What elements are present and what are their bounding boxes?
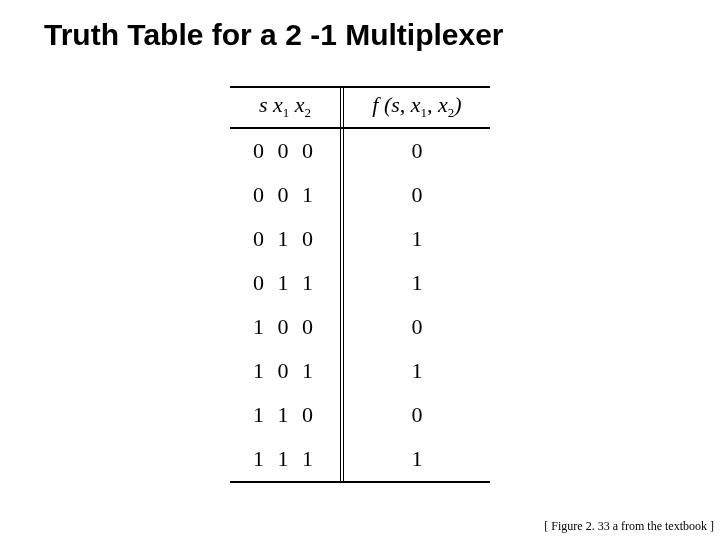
table-row: 1 0 11 [230, 349, 490, 393]
header-inputs: s x1 x2 [230, 88, 340, 127]
cell-inputs: 0 1 0 [230, 217, 340, 261]
cell-output: 1 [344, 217, 490, 261]
hdr-sub2: 2 [305, 105, 312, 120]
hdr-omid: , x [427, 92, 448, 117]
cell-inputs: 1 0 0 [230, 305, 340, 349]
table-row: 1 0 00 [230, 305, 490, 349]
table-bottom-rule [230, 481, 490, 483]
cell-inputs: 1 1 0 [230, 393, 340, 437]
table-row: 0 0 10 [230, 173, 490, 217]
figure-caption: [ Figure 2. 33 a from the textbook ] [544, 519, 714, 534]
cell-output: 0 [344, 305, 490, 349]
cell-inputs: 1 1 1 [230, 437, 340, 481]
cell-inputs: 0 1 1 [230, 261, 340, 305]
cell-output: 0 [344, 173, 490, 217]
cell-output: 1 [344, 261, 490, 305]
hdr-fn: f (s, x [372, 92, 420, 117]
cell-output: 0 [344, 129, 490, 173]
cell-output: 1 [344, 437, 490, 481]
cell-output: 0 [344, 393, 490, 437]
hdr-input-mid: x [289, 92, 304, 117]
table-row: 1 1 00 [230, 393, 490, 437]
table-row: 0 1 01 [230, 217, 490, 261]
table-row: 0 0 00 [230, 129, 490, 173]
table-row: 0 1 11 [230, 261, 490, 305]
hdr-close: ) [454, 92, 461, 117]
table-header: s x1 x2 f (s, x1, x2) [230, 86, 490, 129]
cell-output: 1 [344, 349, 490, 393]
truth-table: s x1 x2 f (s, x1, x2) 0 0 000 0 100 1 01… [230, 86, 490, 483]
table-row: 1 1 11 [230, 437, 490, 481]
page-title: Truth Table for a 2 -1 Multiplexer [0, 0, 720, 52]
table-body: 0 0 000 0 100 1 010 1 111 0 001 0 111 1 … [230, 129, 490, 481]
header-output: f (s, x1, x2) [344, 88, 490, 127]
cell-inputs: 0 0 0 [230, 129, 340, 173]
hdr-input-vars: s x [259, 92, 283, 117]
truth-table-container: s x1 x2 f (s, x1, x2) 0 0 000 0 100 1 01… [0, 86, 720, 483]
cell-inputs: 0 0 1 [230, 173, 340, 217]
cell-inputs: 1 0 1 [230, 349, 340, 393]
